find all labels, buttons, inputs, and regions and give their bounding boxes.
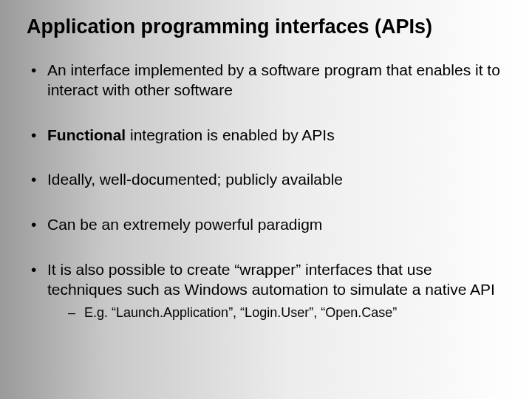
bullet-item: Functional integration is enabled by API… [27, 126, 505, 146]
bullet-item: It is also possible to create “wrapper” … [27, 260, 505, 321]
slide: Application programming interfaces (APIs… [0, 0, 532, 399]
sub-bullet-text: E.g. “Launch.Application”, “Login.User”,… [84, 305, 397, 320]
sub-bullet-list: E.g. “Launch.Application”, “Login.User”,… [47, 304, 505, 321]
bullet-text: Can be an extremely powerful paradigm [47, 216, 322, 233]
bullet-text: It is also possible to create “wrapper” … [47, 261, 495, 298]
slide-title: Application programming interfaces (APIs… [27, 15, 505, 40]
bullet-text: integration is enabled by APIs [126, 126, 335, 143]
bullet-item: An interface implemented by a software p… [27, 61, 505, 100]
bullet-item: Ideally, well-documented; publicly avail… [27, 170, 505, 190]
bullet-text: An interface implemented by a software p… [47, 61, 500, 98]
bullet-list: An interface implemented by a software p… [27, 61, 505, 322]
bullet-item: Can be an extremely powerful paradigm [27, 215, 505, 235]
bullet-bold: Functional [47, 126, 126, 143]
sub-bullet-item: E.g. “Launch.Application”, “Login.User”,… [64, 304, 505, 321]
bullet-text: Ideally, well-documented; publicly avail… [47, 171, 343, 188]
